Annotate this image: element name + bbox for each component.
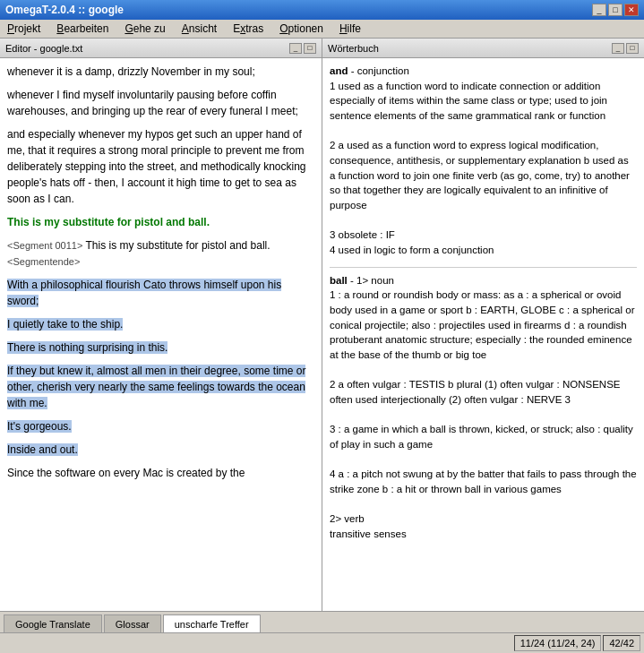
editor-segment: <Segment 0011> This is my substitute for… xyxy=(7,237,314,270)
dict-def-ball-1: 1 : a round or roundish body or mass: as… xyxy=(330,289,634,360)
editor-para-last: Since the software on every Mac is creat… xyxy=(7,465,314,481)
segment-text: This is my substitute for pistol and bal… xyxy=(86,239,270,252)
menu-ansicht[interactable]: Ansicht xyxy=(178,21,220,36)
dict-def-ball-verb: transitive senses xyxy=(330,528,407,539)
bold-text: This is my substitute for pistol and bal… xyxy=(7,216,210,228)
menu-extras[interactable]: Extras xyxy=(229,21,267,36)
dict-def-and-2: 2 a used as a function word to express l… xyxy=(330,140,630,211)
tab-glossar[interactable]: Glossar xyxy=(104,614,161,632)
dict-def-ball-4: 4 a : a pitch not swung at by the batter… xyxy=(330,468,637,494)
panels-container: Editor - google.txt _ □ whenever it is a… xyxy=(0,39,644,611)
dict-panel-title: Wörterbuch xyxy=(328,43,379,54)
highlighted-text-2: I quietly take to the ship. xyxy=(7,318,123,331)
dict-def-and-1: 1 used as a function word to indicate co… xyxy=(330,81,607,121)
editor-panel-title: Editor - google.txt xyxy=(5,43,82,54)
dict-def-ball-2: 2 a often vulgar : TESTIS b plural (1) o… xyxy=(330,379,621,405)
status-total: 42/42 xyxy=(603,635,640,651)
dict-panel: Wörterbuch _ □ and - conjunction 1 used … xyxy=(322,39,644,611)
tab-google-translate[interactable]: Google Translate xyxy=(4,614,102,632)
editor-para-highlight-3: There is nothing surprising in this. xyxy=(7,339,314,356)
editor-para-highlight-4: If they but knew it, almost all men in t… xyxy=(7,363,314,411)
title-bar: OmegaT-2.0.4 :: google _ □ ✕ xyxy=(0,0,644,20)
highlighted-text-4: If they but knew it, almost all men in t… xyxy=(7,365,305,409)
dict-content[interactable]: and - conjunction 1 used as a function w… xyxy=(322,58,644,611)
editor-para-highlight-1: With a philosophical flourish Cato throw… xyxy=(7,277,314,309)
editor-para-bold: This is my substitute for pistol and bal… xyxy=(7,214,314,230)
highlighted-text-6: Inside and out. xyxy=(7,443,78,456)
editor-panel: Editor - google.txt _ □ whenever it is a… xyxy=(0,39,322,611)
close-button[interactable]: ✕ xyxy=(624,4,639,16)
editor-para-highlight-6: Inside and out. xyxy=(7,442,314,458)
dict-panel-header: Wörterbuch _ □ xyxy=(322,39,644,58)
tab-bar: Google Translate Glossar unscharfe Treff… xyxy=(0,611,644,632)
menu-hilfe[interactable]: Hilfe xyxy=(336,21,365,36)
window-controls: _ □ ✕ xyxy=(592,4,639,16)
menu-gehe-zu[interactable]: Gehe zu xyxy=(121,21,168,36)
app-title: OmegaT-2.0.4 :: google xyxy=(5,4,124,16)
status-position: 11/24 (11/24, 24) xyxy=(514,635,602,651)
dict-def-ball-3: 3 : a game in which a ball is thrown, ki… xyxy=(330,424,633,450)
editor-para-highlight-5: It's gorgeous. xyxy=(7,418,314,434)
dict-entry-and: and - conjunction 1 used as a function w… xyxy=(330,64,637,258)
highlighted-text-1: With a philosophical flourish Cato throw… xyxy=(7,279,281,307)
editor-minimize-button[interactable]: _ xyxy=(289,43,302,54)
dict-def-and-3: 3 obsolete : IF xyxy=(330,229,395,240)
highlighted-text-3: There is nothing surprising in this. xyxy=(7,341,167,354)
menu-bar: Projekt Bearbeiten Gehe zu Ansicht Extra… xyxy=(0,20,644,39)
dict-word-and: and - conjunction xyxy=(330,65,409,76)
editor-panel-header: Editor - google.txt _ □ xyxy=(0,39,322,58)
editor-para-1: whenever it is a damp, drizzly November … xyxy=(7,64,314,80)
dict-entry-ball: ball - 1> noun 1 : a round or roundish b… xyxy=(330,273,637,542)
dict-panel-controls: _ □ xyxy=(612,43,639,54)
menu-bearbeiten[interactable]: Bearbeiten xyxy=(53,21,112,36)
tab-unscharfe-treffer[interactable]: unscharfe Treffer xyxy=(163,614,261,632)
dict-def-and-4: 4 used in logic to form a conjunction xyxy=(330,245,494,255)
segment-start-label: <Segment 0011> xyxy=(7,240,82,251)
editor-maximize-button[interactable]: □ xyxy=(304,43,316,54)
dict-maximize-button[interactable]: □ xyxy=(626,43,639,54)
dict-minimize-button[interactable]: _ xyxy=(612,43,624,54)
editor-para-2: whenever I find myself involuntarily pau… xyxy=(7,87,314,119)
editor-para-3: and especially whenever my hypos get suc… xyxy=(7,126,314,207)
status-bar: 11/24 (11/24, 24) 42/42 xyxy=(0,632,644,652)
minimize-button[interactable]: _ xyxy=(592,4,606,16)
menu-projekt[interactable]: Projekt xyxy=(4,21,44,36)
editor-content[interactable]: whenever it is a damp, drizzly November … xyxy=(0,58,322,611)
app-body: Editor - google.txt _ □ whenever it is a… xyxy=(0,39,644,652)
editor-para-highlight-2: I quietly take to the ship. xyxy=(7,316,314,332)
highlighted-text-5: It's gorgeous. xyxy=(7,420,72,433)
dict-word-ball-2: 2> verb xyxy=(330,513,365,524)
segment-end-label: <Segmentende> xyxy=(7,256,80,267)
editor-panel-controls: _ □ xyxy=(289,43,316,54)
dict-divider-1 xyxy=(330,267,637,268)
dict-word-ball: ball - 1> noun xyxy=(330,275,394,286)
maximize-button[interactable]: □ xyxy=(608,4,623,16)
menu-optionen[interactable]: Optionen xyxy=(276,21,327,36)
